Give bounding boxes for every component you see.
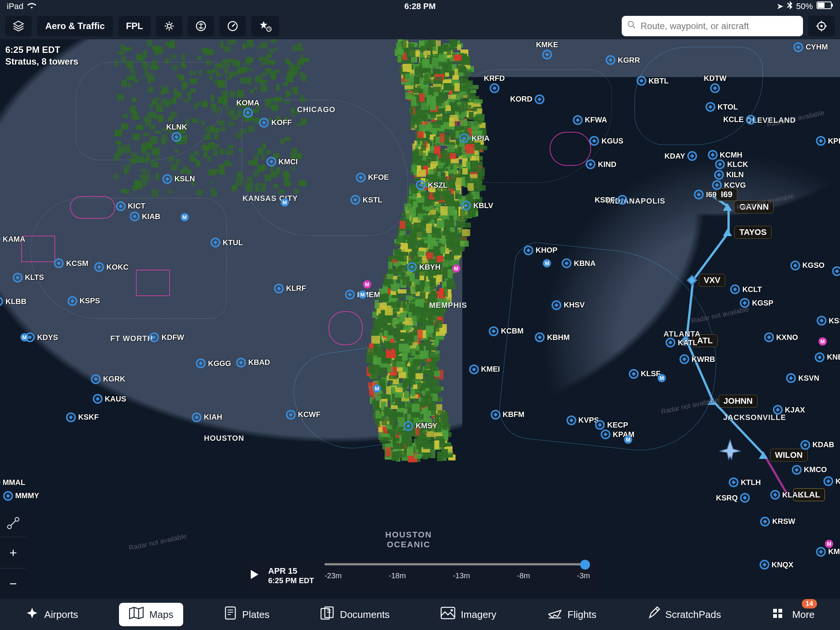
metar-dot[interactable]: M [818, 337, 827, 346]
gear-icon [164, 21, 175, 32]
route-tool-button[interactable] [0, 509, 27, 537]
city-label: MEMPHIS [429, 301, 467, 309]
bottom-nav: AirportsMapsPlatesDocumentsImageryFlight… [0, 599, 840, 630]
city-label: HOUSTON [204, 434, 245, 442]
nav-imagery[interactable]: Imagery [431, 603, 506, 626]
radar-source: Stratus, 8 towers [5, 55, 78, 67]
nav-label: Imagery [461, 609, 496, 621]
waypoint-chip[interactable]: TAYOS [734, 226, 771, 239]
crosshair-icon [816, 21, 827, 32]
metar-dot[interactable]: M [658, 374, 666, 382]
metar-dot[interactable]: M [180, 213, 189, 221]
nav-label: Airports [44, 609, 78, 621]
timeline-handle[interactable] [580, 560, 590, 570]
radar-timeline[interactable]: APR 15 6:25 PM EDT -23m-18m-13m-8m-3m [243, 559, 597, 592]
nav-scratchpads[interactable]: ScratchPads [638, 602, 731, 627]
maps-icon [129, 606, 144, 622]
timeline-date: APR 15 [268, 566, 314, 576]
nav-flights[interactable]: Flights [537, 603, 606, 626]
svg-rect-19 [778, 609, 782, 613]
layers-button[interactable] [5, 16, 32, 36]
city-label: INDIANAPOLIS [606, 196, 665, 205]
nav-airports[interactable]: Airports [16, 602, 88, 627]
waypoint-chip[interactable]: VXV [699, 274, 725, 287]
star-clock-icon [259, 21, 272, 32]
metar-dot[interactable]: M [452, 264, 460, 273]
svg-point-3 [167, 24, 171, 28]
map-canvas[interactable]: I69GAVNNTAYOSVXVATLJOHNNWILONKLAL 6:25 P… [0, 39, 840, 599]
battery-icon [816, 2, 833, 11]
metar-dot[interactable]: M [21, 333, 29, 341]
city-label: CHICAGO [297, 105, 335, 114]
play-button[interactable] [250, 569, 259, 583]
favorites-button[interactable] [251, 16, 279, 36]
timeline-track[interactable] [324, 563, 590, 565]
bluetooth-icon [787, 1, 793, 12]
nav-label: ScratchPads [665, 609, 721, 621]
zoom-out-button[interactable]: − [0, 568, 27, 599]
top-toolbar: Aero & Traffic FPL [0, 13, 840, 39]
fpl-button[interactable]: FPL [118, 16, 150, 36]
city-label: KANSAS CITY [243, 194, 298, 202]
timeline-tick: -23m [324, 572, 342, 580]
nav-label: Plates [242, 609, 269, 621]
battery-pct: 50% [796, 2, 813, 11]
device-label: iPad [7, 2, 24, 11]
zoom-in-button[interactable]: + [0, 537, 27, 568]
metar-dot[interactable]: M [825, 540, 833, 548]
waypoint-chip[interactable]: I69 [716, 188, 737, 201]
metar-dot[interactable]: M [358, 291, 367, 299]
tfr-area [136, 270, 170, 296]
center-gps-button[interactable] [808, 16, 835, 36]
nav-badge: 14 [802, 599, 817, 608]
artcc-boundary [30, 198, 227, 319]
svg-rect-13 [226, 607, 235, 619]
tfr-area [21, 236, 55, 262]
waypoint-fix-icon [723, 229, 732, 236]
search-icon [627, 21, 636, 32]
nav-maps[interactable]: Maps [119, 603, 183, 626]
documents-icon [320, 606, 335, 623]
instruments-button[interactable] [219, 16, 246, 36]
radar-time: 6:25 PM EDT [5, 44, 78, 55]
brightness-button[interactable] [188, 16, 214, 36]
svg-rect-18 [773, 609, 777, 613]
brightness-icon [195, 21, 207, 32]
waypoint-chip[interactable]: KLAL [793, 488, 825, 501]
timeline-tick: -8m [517, 572, 530, 580]
tfr-area [70, 196, 115, 219]
layers-icon [13, 21, 24, 32]
weather-radar [378, 39, 536, 599]
nav-label: More [792, 609, 814, 621]
wifi-icon [27, 2, 36, 11]
search-input[interactable] [622, 16, 803, 36]
svg-rect-21 [778, 614, 782, 618]
tfr-area [328, 311, 363, 345]
imagery-icon [441, 606, 455, 622]
more-icon [772, 606, 787, 622]
nav-plates[interactable]: Plates [214, 602, 279, 627]
tfr-area [549, 132, 591, 166]
nav-more[interactable]: More14 [762, 603, 824, 626]
aero-traffic-button[interactable]: Aero & Traffic [37, 16, 113, 36]
metar-dot[interactable]: M [363, 280, 371, 289]
svg-point-10 [820, 25, 823, 27]
waypoint-chip[interactable]: WILON [770, 449, 807, 461]
svg-point-8 [628, 22, 633, 27]
metar-dot[interactable]: M [373, 385, 381, 393]
metar-dot[interactable]: M [281, 198, 289, 207]
svg-point-11 [8, 525, 11, 529]
city-label: FT WORTH [110, 334, 153, 343]
nav-documents[interactable]: Documents [311, 602, 399, 627]
metar-dot[interactable]: M [624, 436, 632, 444]
timeline-tick: -13m [453, 572, 470, 580]
timeline-ticks[interactable]: -23m-18m-13m-8m-3m [324, 572, 590, 580]
metar-dot[interactable]: M [543, 259, 551, 267]
city-label: JACKSONVILLE [723, 413, 786, 422]
timeline-time: 6:25 PM EDT [268, 576, 314, 585]
scratchpads-icon [647, 606, 660, 623]
timeline-info: APR 15 6:25 PM EDT [268, 566, 314, 585]
settings-button[interactable] [156, 16, 182, 36]
region-label: HOUSTON OCEANIC [385, 530, 432, 549]
waypoint-chip[interactable]: JOHNN [719, 395, 758, 407]
